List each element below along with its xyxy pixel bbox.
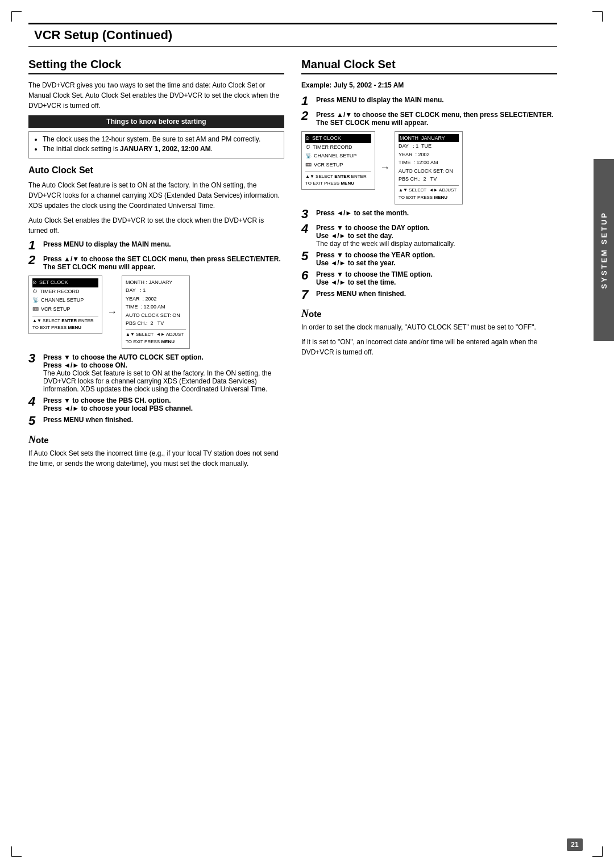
auto-step-3: 3 Press ▼ to choose the AUTO CLOCK SET o… (28, 353, 284, 393)
manual-menu-screen: ⊙ SET CLOCK ⏱ TIMER RECORD 📡 CHANNEL SET… (301, 131, 375, 190)
auto-note-text: If Auto Clock Set sets the incorrect tim… (28, 448, 284, 469)
auto-step-3-text: Press ▼ to choose the AUTO CLOCK SET opt… (43, 353, 204, 361)
manual-step-6-content: Press ▼ to choose the TIME option. Use ◄… (316, 270, 557, 286)
things-box-header: Things to know before starting (28, 115, 284, 128)
manual-step-7-content: Press MENU when finished. (316, 290, 557, 298)
manual-step-6-num: 6 (301, 269, 314, 282)
menu-item-channel: 📡 CHANNEL SETUP (32, 296, 98, 305)
setting-clock-intro: The DVD+VCR gives you two ways to set th… (28, 80, 284, 111)
manual-step-4-num: 4 (301, 223, 314, 235)
manual-step-5-num: 5 (301, 250, 314, 262)
auto-menu-bottom: ▲▼ SELECT ENTER ENTERTO EXIT PRESS MENU (32, 316, 98, 331)
manual-note-letter-n: N (301, 308, 309, 319)
things-item-1: The clock uses the 12-hour system. Be su… (43, 135, 278, 143)
manual-step-6-sub: Use ◄/► to set the time. (316, 278, 396, 286)
manual-step-1-num: 1 (301, 95, 314, 107)
manual-clock-auto-row: AUTO CLOCK SET: ON (399, 167, 459, 175)
screen-arrow-1: → (107, 306, 117, 318)
manual-step-7: 7 Press MENU when finished. (301, 290, 557, 301)
manual-step-3: 3 Press ◄/► to set the month. (301, 209, 557, 220)
manual-step-2-num: 2 (301, 110, 314, 122)
auto-step-2-num: 2 (28, 254, 41, 266)
manual-clock-bottom: ▲▼ SELECT ◄► ADJUSTTO EXIT PRESS MENU (399, 185, 459, 202)
auto-clock-bottom: ▲▼ SELECT ◄► ADJUSTTO EXIT PRESS MENU (126, 329, 186, 346)
manual-clock-month-row: MONTH JANUARY (399, 134, 459, 142)
clock-auto-row: AUTO CLOCK SET: ON (126, 311, 186, 319)
manual-step-4-content: Press ▼ to choose the DAY option. Use ◄/… (316, 224, 557, 248)
manual-note-section: Note In order to set the clock manually,… (301, 308, 557, 357)
menu-icon-2: ⏱ (32, 288, 38, 296)
auto-clock-intro: The Auto Clock Set feature is set to ON … (28, 180, 284, 211)
manual-step-2-text: Press ▲/▼ to choose the SET CLOCK menu, … (316, 111, 554, 127)
manual-menu-icon-1: ⊙ (305, 135, 310, 143)
menu-item-timer: ⏱ TIMER RECORD (32, 287, 98, 297)
manual-step-4-sub: Use ◄/► to set the day. (316, 232, 393, 240)
auto-note-section: Note If Auto Clock Set sets the incorrec… (28, 434, 284, 469)
auto-step-2-text: Press ▲/▼ to choose the SET CLOCK menu, … (43, 255, 281, 271)
corner-mark-tl (11, 11, 22, 22)
auto-step-5-text: Press MENU when finished. (43, 416, 133, 424)
auto-step-4-num: 4 (28, 395, 41, 408)
manual-clock-year-row: YEAR : 2002 (399, 151, 459, 158)
auto-step-2-content: Press ▲/▼ to choose the SET CLOCK menu, … (43, 255, 284, 271)
setting-clock-title: Setting the Clock (28, 58, 284, 74)
manual-clock-screen: MONTH JANUARY DAY : 1 TUE YEAR : 2002 TI… (395, 131, 463, 205)
menu-item-vcr: 📼 VCR SETUP (32, 305, 98, 314)
page-header: VCR Setup (Continued) (28, 23, 557, 47)
manual-step-1-content: Press MENU to display the MAIN menu. (316, 96, 557, 104)
menu-item-set-clock: ⊙ SET CLOCK (32, 278, 98, 287)
manual-menu-bottom: ▲▼ SELECT ENTER ENTERTO EXIT PRESS MENU (305, 172, 371, 187)
menu-icon-4: 📼 (32, 306, 39, 314)
manual-clock-title: Manual Clock Set (301, 58, 557, 74)
auto-step-1: 1 Press MENU to display the MAIN menu. (28, 240, 284, 252)
menu-icon-1: ⊙ (32, 279, 37, 287)
two-col-layout: Setting the Clock The DVD+VCR gives you … (28, 58, 557, 473)
main-content: VCR Setup (Continued) Setting the Clock … (28, 23, 586, 473)
manual-menu-icon-2: ⏱ (305, 144, 310, 152)
auto-step-1-text: Press MENU to display the MAIN menu. (43, 240, 171, 248)
things-list: The clock uses the 12-hour system. Be su… (35, 135, 278, 153)
auto-step-4: 4 Press ▼ to choose the PBS CH. option. … (28, 397, 284, 412)
auto-step-3-num: 3 (28, 352, 41, 365)
manual-step-4: 4 Press ▼ to choose the DAY option. Use … (301, 224, 557, 248)
auto-step-5: 5 Press MENU when finished. (28, 416, 284, 427)
left-column: Setting the Clock The DVD+VCR gives you … (28, 58, 284, 473)
manual-step-1: 1 Press MENU to display the MAIN menu. (301, 96, 557, 107)
auto-step-3-sub: Press ◄/► to choose ON. (43, 361, 127, 369)
auto-step-3-content: Press ▼ to choose the AUTO CLOCK SET opt… (43, 353, 284, 393)
auto-clock-intro2: Auto Clock Set enables the DVD+VCR to se… (28, 215, 284, 236)
auto-step-1-content: Press MENU to display the MAIN menu. (43, 240, 284, 248)
things-content: The clock uses the 12-hour system. Be su… (28, 131, 284, 158)
manual-note-title: Note (301, 308, 557, 320)
clock-pbs-row: PBS CH.: 2 TV (126, 319, 186, 327)
manual-step-3-content: Press ◄/► to set the month. (316, 209, 557, 217)
auto-clock-title: Auto Clock Set (28, 165, 284, 176)
corner-mark-br (592, 846, 603, 857)
auto-clock-screen: MONTH : JANUARY DAY : 1 YEAR : 2002 TIME… (122, 276, 190, 349)
manual-step-7-num: 7 (301, 289, 314, 301)
auto-screen-mockup: ⊙ SET CLOCK ⏱ TIMER RECORD 📡 CHANNEL SET… (28, 276, 284, 349)
auto-step-3-desc: The Auto Clock Set feature is set to ON … (43, 369, 271, 393)
manual-menu-item-channel: 📡 CHANNEL SETUP (305, 152, 371, 161)
clock-day-row: DAY : 1 (126, 286, 186, 294)
manual-step-7-text: Press MENU when finished. (316, 290, 406, 298)
clock-time-row: TIME : 12:00 AM (126, 303, 186, 311)
manual-menu-item-timer: ⏱ TIMER RECORD (305, 143, 371, 152)
manual-step-5: 5 Press ▼ to choose the YEAR option. Use… (301, 251, 557, 267)
auto-step-5-content: Press MENU when finished. (43, 416, 284, 424)
manual-step-6: 6 Press ▼ to choose the TIME option. Use… (301, 270, 557, 286)
page-number: 21 (567, 838, 583, 851)
menu-icon-3: 📡 (32, 297, 39, 304)
manual-step-3-num: 3 (301, 208, 314, 220)
auto-step-2: 2 Press ▲/▼ to choose the SET CLOCK menu… (28, 255, 284, 271)
corner-mark-tr (592, 11, 603, 22)
auto-step-4-sub: Press ◄/► to choose your local PBS chann… (43, 404, 193, 412)
note-letter-n: N (28, 434, 36, 445)
auto-note-title-text: ote (36, 435, 49, 445)
manual-step-5-text: Press ▼ to choose the YEAR option. (316, 251, 435, 259)
manual-step-1-text: Press MENU to display the MAIN menu. (316, 96, 444, 104)
manual-step-3-text: Press ◄/► to set the month. (316, 209, 409, 217)
manual-note-text1: In order to set the clock manually, "AUT… (301, 322, 557, 332)
manual-step-6-text: Press ▼ to choose the TIME option. (316, 270, 433, 278)
manual-note-title-text: ote (309, 309, 322, 319)
